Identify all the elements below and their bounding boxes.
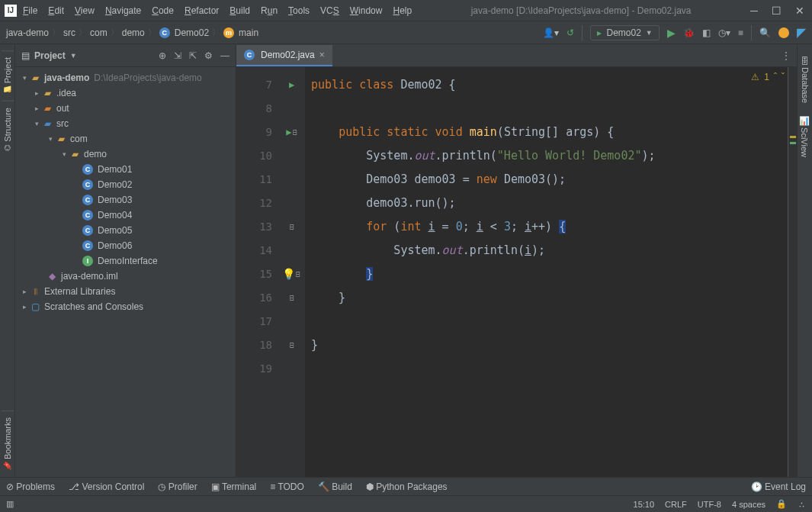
fold-close-icon[interactable]: ⊟ [290, 284, 294, 312]
menu-code[interactable]: Code [152, 5, 174, 16]
tool-build[interactable]: 🔨 Build [318, 481, 352, 492]
run-gutter-icon[interactable]: ▶ [286, 121, 291, 144]
right-tab-sciview[interactable]: 📊 SciView [798, 109, 811, 163]
class-icon: C [82, 210, 93, 221]
menu-vcs[interactable]: VCS [320, 5, 339, 16]
expand-icon[interactable]: ⇲ [174, 50, 181, 61]
tree-class-demo03[interactable]: CDemo03 [15, 192, 236, 208]
debug-button-icon[interactable]: 🐞 [683, 27, 695, 38]
update-icon[interactable] [778, 27, 789, 38]
breadcrumb-com[interactable]: com [90, 27, 108, 38]
add-config-icon[interactable]: 👤▾ [543, 27, 559, 38]
tree-class-demo06[interactable]: CDemo06 [15, 238, 236, 253]
menu-help[interactable]: Help [393, 5, 412, 16]
fold-close-icon[interactable]: ⊟ [296, 260, 300, 288]
code-editor[interactable]: public class Demo02 { public static void… [305, 67, 788, 477]
menu-tools[interactable]: Tools [288, 5, 310, 16]
status-readonly-icon[interactable]: 🔒 [776, 499, 787, 509]
tree-idea[interactable]: ▸▰.idea [15, 85, 236, 101]
lightbulb-icon[interactable]: 💡 [282, 262, 295, 286]
tree-scratches[interactable]: ▸▢Scratches and Consoles [15, 299, 236, 314]
menu-bar: FFileile Edit View Navigate Code Refacto… [23, 5, 412, 16]
collapse-icon[interactable]: ⇱ [189, 50, 197, 61]
run-button-icon[interactable]: ▶ [667, 27, 676, 39]
tool-eventlog[interactable]: 🕑 Event Log [751, 481, 806, 492]
tree-class-demo01[interactable]: CDemo01 [15, 162, 236, 177]
hide-panel-icon[interactable]: — [220, 50, 229, 61]
tree-demo[interactable]: ▾▰demo [15, 147, 236, 162]
run-config-icon: ▸ [597, 27, 602, 38]
tree-class-demo02[interactable]: CDemo02 [15, 177, 236, 192]
tab-more-icon[interactable]: ⋮ [782, 50, 791, 61]
tool-terminal[interactable]: ▣ Terminal [211, 481, 256, 492]
inspection-widget[interactable]: ⚠ 1 ˆ ˇ [751, 72, 785, 82]
stop-button-icon[interactable]: ■ [738, 27, 743, 38]
status-bar: ▥ 15:10 CRLF UTF-8 4 spaces 🔒 ⛬ [0, 495, 812, 512]
minimize-icon[interactable]: ─ [750, 5, 758, 17]
gear-icon[interactable]: ⚙ [204, 50, 213, 61]
fold-open-icon[interactable]: ⊟ [290, 213, 294, 241]
tree-project-root[interactable]: ▾▰ java-demo D:\IdeaProjects\java-demo [15, 70, 236, 85]
tree-src[interactable]: ▾▰src [15, 116, 236, 131]
run-gutter-icon[interactable]: ▶ [289, 73, 294, 97]
next-highlight-icon[interactable]: ˇ [782, 72, 785, 82]
navigation-bar: java-demo 〉 src 〉 com 〉 demo 〉 C Demo02 … [0, 21, 812, 44]
menu-edit[interactable]: Edit [48, 5, 64, 16]
project-panel: ▤ Project ▼ ⊕ ⇲ ⇱ ⚙ — ▾▰ java-demo D:\Id… [15, 44, 236, 477]
close-icon[interactable]: ✕ [795, 5, 804, 17]
tree-com[interactable]: ▾▰com [15, 131, 236, 147]
status-line-ending[interactable]: CRLF [665, 500, 687, 509]
tool-vcs[interactable]: ⎇ Version Control [69, 481, 144, 492]
tool-todo[interactable]: ≡ TODO [270, 481, 304, 492]
left-tab-project[interactable]: 📁 Project [2, 50, 14, 101]
prev-highlight-icon[interactable]: ˆ [774, 72, 777, 82]
tool-problems[interactable]: ⊘ Problems [6, 481, 55, 492]
hammer-back-icon[interactable]: ↺ [566, 27, 574, 38]
left-tab-bookmarks[interactable]: 🔖 Bookmarks [2, 411, 14, 477]
search-icon[interactable]: 🔍 [759, 27, 771, 38]
tree-interface[interactable]: IDemoInterface [15, 253, 236, 269]
menu-window[interactable]: Window [350, 5, 383, 16]
search-everywhere-icon[interactable]: ◤ [797, 25, 806, 40]
tree-external-libraries[interactable]: ▸⫴External Libraries [15, 284, 236, 299]
status-encoding[interactable]: UTF-8 [698, 500, 721, 509]
close-tab-icon[interactable]: × [319, 50, 325, 60]
tool-python[interactable]: ⬢ Python Packages [366, 481, 448, 492]
profile-icon[interactable]: ◷▾ [718, 27, 730, 38]
tree-class-demo05[interactable]: CDemo05 [15, 223, 236, 238]
status-indent[interactable]: 4 spaces [732, 500, 765, 509]
class-icon: C [82, 164, 93, 175]
tree-class-demo04[interactable]: CDemo04 [15, 208, 236, 223]
menu-refactor[interactable]: Refactor [185, 5, 219, 16]
left-tab-structure[interactable]: ⌬ Structure [2, 101, 14, 157]
menu-run[interactable]: Run [261, 5, 278, 16]
error-stripe[interactable] [788, 67, 797, 477]
project-tree: ▾▰ java-demo D:\IdeaProjects\java-demo ▸… [15, 67, 236, 477]
status-caret-pos[interactable]: 15:10 [634, 500, 655, 509]
tree-iml[interactable]: ◆java-demo.iml [15, 269, 236, 284]
breadcrumb-method[interactable]: main [239, 27, 258, 38]
right-tool-gutter: 🗄 Database 📊 SciView [797, 44, 812, 477]
breadcrumb-project[interactable]: java-demo [6, 27, 49, 38]
coverage-icon[interactable]: ◧ [702, 27, 711, 38]
status-tools-icon[interactable]: ▥ [6, 499, 14, 509]
select-opened-icon[interactable]: ⊕ [159, 50, 166, 61]
status-memory-icon[interactable]: ⛬ [798, 500, 806, 509]
chevron-down-icon[interactable]: ▼ [70, 52, 77, 60]
fold-open-icon[interactable]: ⊟ [292, 118, 297, 147]
maximize-icon[interactable]: ☐ [772, 5, 782, 17]
tab-demo02[interactable]: C Demo02.java × [236, 45, 332, 66]
breadcrumb-src[interactable]: src [63, 27, 75, 38]
line-number-gutter: 78 910 1112 1314 1516 1718 19 [236, 67, 278, 477]
tree-out[interactable]: ▸▰out [15, 101, 236, 116]
tool-profiler[interactable]: ◷ Profiler [158, 481, 197, 492]
menu-view[interactable]: View [75, 5, 95, 16]
fold-close-icon[interactable]: ⊟ [290, 331, 294, 359]
menu-navigate[interactable]: Navigate [105, 5, 141, 16]
menu-file[interactable]: FFileile [23, 5, 37, 16]
breadcrumb-demo[interactable]: demo [122, 27, 145, 38]
breadcrumb-class[interactable]: Demo02 [175, 27, 209, 38]
run-config-selector[interactable]: ▸ Demo02 ▼ [590, 25, 659, 40]
menu-build[interactable]: Build [229, 5, 250, 16]
right-tab-database[interactable]: 🗄 Database [799, 50, 811, 109]
